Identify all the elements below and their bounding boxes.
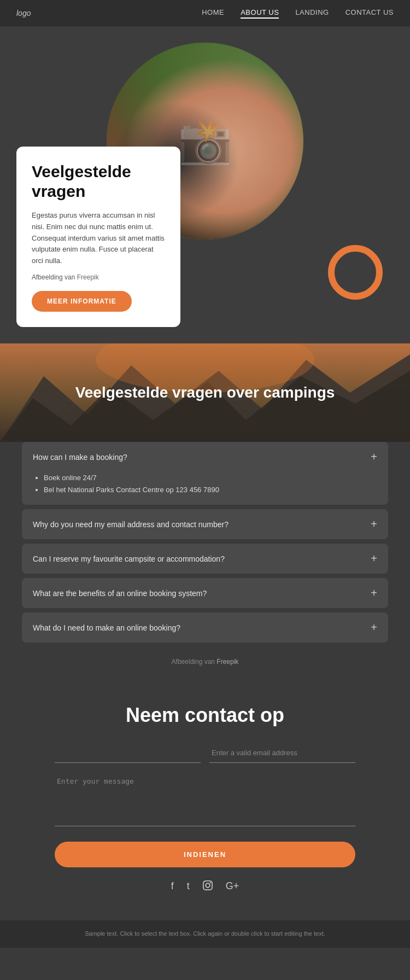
contact-form-row (55, 743, 355, 763)
faq-freepik: Afbeelding van Freepik (22, 647, 388, 671)
accordion-answer-1-0: Boek online 24/7 (44, 472, 377, 484)
accordion-plus-1: + (371, 451, 377, 463)
accordion-question-4: What are the benefits of an online booki… (33, 589, 207, 598)
svg-point-10 (207, 92, 236, 122)
accordion-header-4[interactable]: What are the benefits of an online booki… (22, 578, 388, 608)
hero-title: Veelgestelde vragen (32, 162, 165, 201)
accordion-item-2: Why do you need my email address and con… (22, 509, 388, 539)
logo: logo (16, 9, 31, 18)
nav-about[interactable]: ABOUT US (241, 8, 279, 19)
nav-links: HOME ABOUT US LANDING CONTACT US (202, 8, 394, 19)
faq-freepik-link[interactable]: Freepik (216, 658, 238, 666)
faq-banner-title: Veelgestelde vragen over campings (54, 384, 357, 401)
freepik-link[interactable]: Freepik (77, 273, 99, 281)
footer: Sample text. Click to select the text bo… (0, 920, 410, 948)
hero-section: Veelgestelde vragen Egestas purus viverr… (0, 26, 410, 343)
nav-contact[interactable]: CONTACT US (345, 8, 394, 19)
accordion-header-5[interactable]: What do I need to make an online booking… (22, 612, 388, 643)
accordion-header-3[interactable]: Can I reserve my favourite campsite or a… (22, 544, 388, 574)
accordion-item-1: How can I make a booking? + Boek online … (22, 442, 388, 505)
svg-point-8 (202, 84, 241, 122)
accordion-item-3: Can I reserve my favourite campsite or a… (22, 544, 388, 574)
accordion-question-2: Why do you need my email address and con… (33, 520, 229, 529)
svg-point-9 (201, 73, 242, 122)
accordion-question-3: Can I reserve my favourite campsite or a… (33, 555, 225, 563)
svg-point-7 (186, 97, 257, 185)
faq-section: How can I make a booking? + Boek online … (0, 442, 410, 682)
accordion-plus-4: + (371, 587, 377, 599)
instagram-icon[interactable] (203, 880, 213, 893)
navbar: logo HOME ABOUT US LANDING CONTACT US (0, 0, 410, 26)
orange-ring-inner (311, 211, 332, 233)
accordion-plus-2: + (371, 518, 377, 530)
accordion-question-5: What do I need to make an online booking… (33, 623, 180, 632)
accordion-header-2[interactable]: Why do you need my email address and con… (22, 509, 388, 539)
hero-freepik: Afbeelding van Freepik (32, 273, 165, 281)
faq-banner: Veelgestelde vragen over campings (0, 343, 410, 442)
message-textarea[interactable] (55, 772, 355, 826)
svg-rect-1 (107, 43, 303, 152)
email-input[interactable] (209, 743, 355, 763)
accordion-answer-1-1: Bel het National Parks Contact Centre op… (44, 484, 377, 496)
nav-landing[interactable]: LANDING (295, 8, 329, 19)
meer-informatie-button[interactable]: MEER INFORMATIE (32, 291, 132, 312)
facebook-icon[interactable]: f (171, 880, 174, 893)
accordion-plus-5: + (371, 621, 377, 634)
svg-marker-3 (227, 86, 292, 152)
nav-home[interactable]: HOME (202, 8, 224, 19)
social-row: f t G+ (55, 880, 355, 893)
twitter-icon[interactable]: t (187, 880, 190, 893)
svg-point-6 (179, 85, 209, 115)
accordion-question-1: How can I make a booking? (33, 453, 127, 462)
svg-point-12 (224, 103, 228, 108)
svg-point-11 (215, 103, 219, 108)
svg-marker-2 (227, 86, 292, 152)
svg-rect-4 (238, 130, 260, 152)
hero-body: Egestas purus viverra accumsan in nisl n… (32, 210, 165, 267)
accordion-header-1[interactable]: How can I make a booking? + (22, 442, 388, 472)
accordion-item-4: What are the benefits of an online booki… (22, 578, 388, 608)
googleplus-icon[interactable]: G+ (226, 880, 239, 893)
orange-ring-decoration (328, 245, 383, 300)
submit-button[interactable]: INDIENEN (55, 842, 355, 867)
accordion-body-1: Boek online 24/7 Bel het National Parks … (22, 472, 388, 505)
contact-section: Neem contact op INDIENEN f t G+ (0, 682, 410, 920)
accordion-plus-3: + (371, 552, 377, 565)
contact-title: Neem contact op (55, 704, 355, 727)
accordion-item-5: What do I need to make an online booking… (22, 612, 388, 643)
footer-text: Sample text. Click to select the text bo… (85, 930, 325, 937)
name-input[interactable] (55, 743, 201, 763)
hero-card: Veelgestelde vragen Egestas purus viverr… (16, 147, 180, 327)
